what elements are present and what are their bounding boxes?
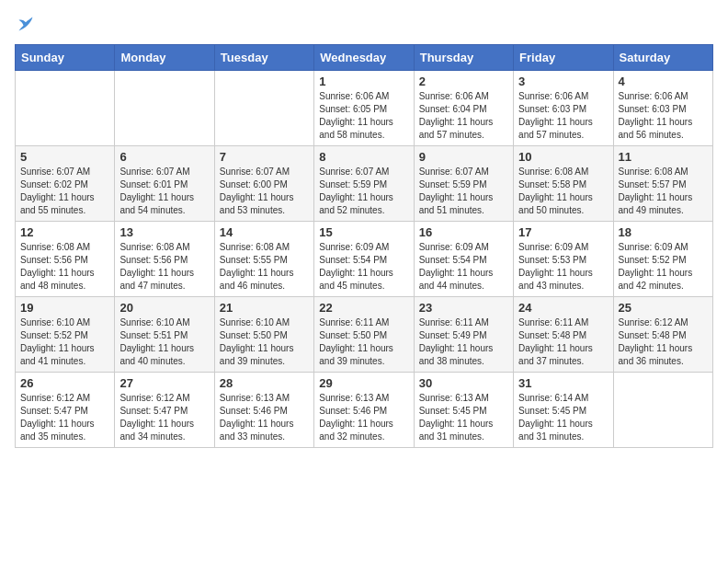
calendar-week-row: 5Sunrise: 6:07 AM Sunset: 6:02 PM Daylig… — [16, 146, 713, 222]
day-info: Sunrise: 6:07 AM Sunset: 6:00 PM Dayligh… — [220, 166, 309, 217]
calendar-cell: 24Sunrise: 6:11 AM Sunset: 5:48 PM Dayli… — [514, 297, 613, 373]
header — [15, 15, 713, 33]
weekday-header: Sunday — [16, 45, 115, 71]
day-number: 28 — [220, 376, 309, 390]
calendar-cell: 17Sunrise: 6:09 AM Sunset: 5:53 PM Dayli… — [514, 222, 613, 297]
day-info: Sunrise: 6:08 AM Sunset: 5:56 PM Dayligh… — [20, 241, 109, 293]
calendar-cell: 26Sunrise: 6:12 AM Sunset: 5:47 PM Dayli… — [16, 373, 115, 448]
logo-text — [15, 15, 35, 33]
day-number: 7 — [220, 150, 309, 164]
calendar-week-row: 1Sunrise: 6:06 AM Sunset: 6:05 PM Daylig… — [16, 71, 713, 146]
calendar-week-row: 26Sunrise: 6:12 AM Sunset: 5:47 PM Dayli… — [16, 373, 713, 448]
day-number: 16 — [419, 225, 508, 239]
day-number: 11 — [619, 150, 708, 164]
day-number: 29 — [319, 376, 408, 390]
day-number: 19 — [20, 301, 109, 315]
calendar-cell: 27Sunrise: 6:12 AM Sunset: 5:47 PM Dayli… — [115, 373, 214, 448]
day-info: Sunrise: 6:08 AM Sunset: 5:58 PM Dayligh… — [518, 166, 608, 217]
calendar-cell: 22Sunrise: 6:11 AM Sunset: 5:50 PM Dayli… — [314, 297, 414, 373]
weekday-header: Saturday — [613, 45, 712, 71]
day-info: Sunrise: 6:11 AM Sunset: 5:48 PM Dayligh… — [518, 316, 608, 368]
day-info: Sunrise: 6:13 AM Sunset: 5:46 PM Dayligh… — [319, 392, 408, 443]
calendar-cell: 3Sunrise: 6:06 AM Sunset: 6:03 PM Daylig… — [514, 71, 613, 146]
calendar-cell: 5Sunrise: 6:07 AM Sunset: 6:02 PM Daylig… — [16, 146, 115, 222]
day-number: 10 — [518, 150, 608, 164]
day-number: 3 — [518, 75, 608, 88]
day-info: Sunrise: 6:06 AM Sunset: 6:03 PM Dayligh… — [518, 90, 608, 142]
day-info: Sunrise: 6:06 AM Sunset: 6:05 PM Dayligh… — [319, 90, 408, 142]
calendar-week-row: 12Sunrise: 6:08 AM Sunset: 5:56 PM Dayli… — [16, 222, 713, 297]
day-number: 2 — [419, 75, 508, 88]
calendar-cell: 1Sunrise: 6:06 AM Sunset: 6:05 PM Daylig… — [314, 71, 414, 146]
day-number: 30 — [419, 376, 508, 390]
day-number: 27 — [119, 376, 209, 390]
calendar-cell: 9Sunrise: 6:07 AM Sunset: 5:59 PM Daylig… — [414, 146, 513, 222]
calendar-cell: 11Sunrise: 6:08 AM Sunset: 5:57 PM Dayli… — [613, 146, 712, 222]
day-number: 4 — [619, 75, 708, 88]
day-number: 22 — [319, 301, 408, 315]
calendar-table: SundayMondayTuesdayWednesdayThursdayFrid… — [15, 44, 713, 448]
day-number: 20 — [119, 301, 209, 315]
day-number: 12 — [20, 225, 109, 239]
calendar-cell: 29Sunrise: 6:13 AM Sunset: 5:46 PM Dayli… — [314, 373, 414, 448]
calendar-cell — [16, 71, 115, 146]
day-number: 9 — [419, 150, 508, 164]
day-number: 15 — [319, 225, 408, 239]
day-info: Sunrise: 6:12 AM Sunset: 5:47 PM Dayligh… — [119, 392, 209, 443]
day-info: Sunrise: 6:09 AM Sunset: 5:54 PM Dayligh… — [419, 241, 508, 293]
day-info: Sunrise: 6:07 AM Sunset: 6:01 PM Dayligh… — [119, 166, 209, 217]
logo — [15, 15, 35, 33]
calendar-week-row: 19Sunrise: 6:10 AM Sunset: 5:52 PM Dayli… — [16, 297, 713, 373]
calendar-cell: 8Sunrise: 6:07 AM Sunset: 5:59 PM Daylig… — [314, 146, 414, 222]
day-info: Sunrise: 6:10 AM Sunset: 5:51 PM Dayligh… — [119, 316, 209, 368]
day-info: Sunrise: 6:06 AM Sunset: 6:03 PM Dayligh… — [619, 90, 708, 142]
day-info: Sunrise: 6:07 AM Sunset: 5:59 PM Dayligh… — [419, 166, 508, 217]
day-info: Sunrise: 6:11 AM Sunset: 5:50 PM Dayligh… — [319, 316, 408, 368]
calendar-cell: 14Sunrise: 6:08 AM Sunset: 5:55 PM Dayli… — [214, 222, 313, 297]
day-number: 1 — [319, 75, 408, 88]
calendar-cell: 31Sunrise: 6:14 AM Sunset: 5:45 PM Dayli… — [514, 373, 613, 448]
day-info: Sunrise: 6:09 AM Sunset: 5:52 PM Dayligh… — [619, 241, 708, 293]
day-number: 26 — [20, 376, 109, 390]
day-number: 21 — [220, 301, 309, 315]
calendar-cell — [613, 373, 712, 448]
day-info: Sunrise: 6:10 AM Sunset: 5:50 PM Dayligh… — [220, 316, 309, 368]
day-number: 8 — [319, 150, 408, 164]
day-info: Sunrise: 6:06 AM Sunset: 6:04 PM Dayligh… — [419, 90, 508, 142]
weekday-header: Tuesday — [214, 45, 313, 71]
day-number: 13 — [119, 225, 209, 239]
day-info: Sunrise: 6:13 AM Sunset: 5:45 PM Dayligh… — [419, 392, 508, 443]
calendar-cell: 23Sunrise: 6:11 AM Sunset: 5:49 PM Dayli… — [414, 297, 513, 373]
day-number: 5 — [20, 150, 109, 164]
weekday-header: Friday — [514, 45, 613, 71]
weekday-header: Thursday — [414, 45, 513, 71]
calendar-cell: 25Sunrise: 6:12 AM Sunset: 5:48 PM Dayli… — [613, 297, 712, 373]
day-info: Sunrise: 6:13 AM Sunset: 5:46 PM Dayligh… — [220, 392, 309, 443]
day-info: Sunrise: 6:08 AM Sunset: 5:56 PM Dayligh… — [119, 241, 209, 293]
calendar-cell: 13Sunrise: 6:08 AM Sunset: 5:56 PM Dayli… — [115, 222, 214, 297]
calendar-cell: 6Sunrise: 6:07 AM Sunset: 6:01 PM Daylig… — [115, 146, 214, 222]
day-number: 17 — [518, 225, 608, 239]
calendar-cell: 10Sunrise: 6:08 AM Sunset: 5:58 PM Dayli… — [514, 146, 613, 222]
day-info: Sunrise: 6:12 AM Sunset: 5:48 PM Dayligh… — [619, 316, 708, 368]
day-info: Sunrise: 6:11 AM Sunset: 5:49 PM Dayligh… — [419, 316, 508, 368]
day-info: Sunrise: 6:07 AM Sunset: 6:02 PM Dayligh… — [20, 166, 109, 217]
calendar-cell: 7Sunrise: 6:07 AM Sunset: 6:00 PM Daylig… — [214, 146, 313, 222]
day-info: Sunrise: 6:09 AM Sunset: 5:54 PM Dayligh… — [319, 241, 408, 293]
calendar-cell: 2Sunrise: 6:06 AM Sunset: 6:04 PM Daylig… — [414, 71, 513, 146]
day-number: 23 — [419, 301, 508, 315]
day-info: Sunrise: 6:07 AM Sunset: 5:59 PM Dayligh… — [319, 166, 408, 217]
calendar-cell: 4Sunrise: 6:06 AM Sunset: 6:03 PM Daylig… — [613, 71, 712, 146]
day-number: 18 — [619, 225, 708, 239]
day-info: Sunrise: 6:09 AM Sunset: 5:53 PM Dayligh… — [518, 241, 608, 293]
calendar-cell: 20Sunrise: 6:10 AM Sunset: 5:51 PM Dayli… — [115, 297, 214, 373]
calendar-cell: 30Sunrise: 6:13 AM Sunset: 5:45 PM Dayli… — [414, 373, 513, 448]
page-container: SundayMondayTuesdayWednesdayThursdayFrid… — [0, 0, 728, 455]
day-number: 24 — [518, 301, 608, 315]
calendar-cell: 16Sunrise: 6:09 AM Sunset: 5:54 PM Dayli… — [414, 222, 513, 297]
day-info: Sunrise: 6:14 AM Sunset: 5:45 PM Dayligh… — [518, 392, 608, 443]
weekday-header: Wednesday — [314, 45, 414, 71]
calendar-cell — [115, 71, 214, 146]
day-info: Sunrise: 6:10 AM Sunset: 5:52 PM Dayligh… — [20, 316, 109, 368]
calendar-cell: 18Sunrise: 6:09 AM Sunset: 5:52 PM Dayli… — [613, 222, 712, 297]
